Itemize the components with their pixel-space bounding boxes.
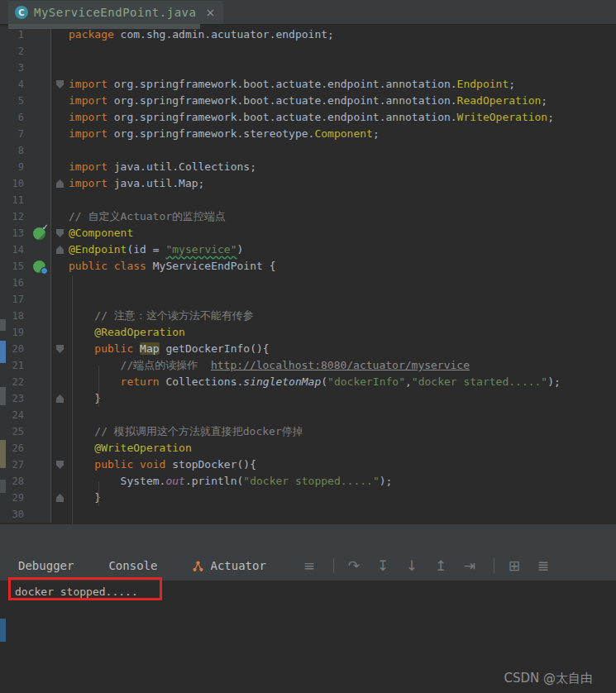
code-text[interactable]: public Map getDockerInfo(){ — [69, 341, 270, 357]
menu-icon[interactable]: ≡ — [301, 557, 318, 574]
code-line[interactable]: 25 // 模拟调用这个方法就直接把docker停掉 — [0, 423, 616, 440]
code-line[interactable]: 7import org.springframework.stereotype.C… — [0, 126, 616, 142]
code-text[interactable]: import org.springframework.boot.actuate.… — [69, 76, 515, 93]
code-line[interactable]: 17 — [0, 291, 616, 308]
code-text[interactable]: //端点的读操作 http://localhost:8080/actuator/… — [69, 357, 470, 374]
code-text[interactable]: System.out.println("docker stopped....."… — [69, 473, 392, 490]
code-text[interactable]: public class MyServiceEndPoint { — [69, 258, 275, 275]
code-line[interactable]: 30 — [0, 506, 616, 523]
code-text[interactable]: public void stopDocker(){ — [69, 456, 256, 473]
code-text[interactable]: } — [69, 490, 101, 506]
code-line[interactable]: 24 — [0, 407, 616, 423]
code-segment-ann: @Endpoint — [69, 243, 127, 256]
step-over-icon[interactable]: ↷ — [346, 557, 362, 574]
step-into-icon[interactable]: ↧ — [375, 557, 391, 574]
code-editor[interactable]: 1package com.shg.admin.acutuator.endpoin… — [0, 26, 616, 524]
code-segment-pln: ; — [509, 78, 515, 90]
java-class-icon: C — [15, 6, 28, 19]
code-line[interactable]: 5import org.springframework.boot.actuate… — [0, 93, 616, 109]
spring-bean-class-icon[interactable] — [33, 260, 45, 273]
force-step-into-icon[interactable]: ↓ — [404, 557, 420, 574]
code-segment-pln: stopDocker(){ — [172, 458, 256, 471]
code-line[interactable]: 4import org.springframework.boot.actuate… — [0, 76, 616, 93]
gutter-icon-slot — [28, 258, 51, 275]
fold-start-icon[interactable] — [56, 345, 64, 353]
code-line[interactable]: 26 @WriteOperation — [0, 440, 616, 456]
code-text[interactable]: } — [69, 390, 101, 407]
code-line[interactable]: 14@Endpoint(id = "myservice") — [0, 241, 616, 258]
panel-tab-label: Console — [108, 559, 157, 572]
code-text[interactable]: import org.springframework.stereotype.Co… — [69, 126, 380, 142]
panel-tab-actuator[interactable]: Actuator — [192, 559, 265, 572]
code-text[interactable]: // 注意：这个读方法不能有传参 — [69, 308, 254, 324]
code-text[interactable]: // 模拟调用这个方法就直接把docker停掉 — [69, 423, 303, 440]
run-to-cursor-icon[interactable]: ⇥ — [461, 557, 478, 574]
code-line[interactable]: 8 — [0, 142, 616, 159]
code-text[interactable]: package com.shg.admin.acutuator.endpoint… — [69, 26, 334, 43]
panel-tab-debugger[interactable]: Debugger — [18, 559, 74, 572]
code-line[interactable]: 19 @ReadOperation — [0, 324, 616, 341]
code-line[interactable]: 2 — [0, 43, 616, 60]
code-text[interactable]: import java.util.Map; — [69, 175, 204, 192]
spring-bean-icon[interactable]: ✓ — [33, 227, 45, 240]
code-line[interactable]: 22 return Collections.singletonMap("dock… — [0, 374, 616, 390]
fold-start-icon[interactable] — [56, 229, 64, 237]
gutter-icon-slot — [28, 142, 51, 159]
code-line[interactable]: 1package com.shg.admin.acutuator.endpoin… — [0, 26, 616, 43]
fold-end-icon[interactable] — [56, 246, 64, 254]
code-text[interactable]: @Endpoint(id = "myservice") — [69, 241, 243, 258]
fold-column — [51, 341, 69, 357]
gutter-icon-slot — [28, 43, 51, 60]
code-line[interactable]: 20 public Map getDockerInfo(){ — [0, 341, 616, 357]
code-segment-cmt: // 注意：这个读方法不能有传参 — [69, 309, 254, 322]
code-line[interactable]: 21 //端点的读操作 http://localhost:8080/actuat… — [0, 357, 616, 374]
code-line[interactable]: 23 } — [0, 390, 616, 407]
editor-tab-myserviceendpoint[interactable]: C MyServiceEndPoint.java × — [8, 1, 223, 24]
code-line[interactable]: 9import java.util.Collections; — [0, 159, 616, 175]
fold-column — [51, 109, 69, 126]
code-line[interactable]: 6import org.springframework.boot.actuate… — [0, 109, 616, 126]
code-text[interactable]: // 自定义Actuator的监控端点 — [69, 208, 226, 225]
fold-column — [51, 76, 69, 93]
fold-end-icon[interactable] — [56, 179, 64, 188]
code-line[interactable]: 13✓@Component — [0, 225, 616, 241]
fold-start-icon[interactable] — [56, 80, 64, 88]
code-segment-kw: import — [69, 94, 107, 107]
code-line[interactable]: 28 System.out.println("docker stopped...… — [0, 473, 616, 490]
fold-end-icon[interactable] — [56, 494, 64, 502]
code-text[interactable]: return Collections.singletonMap("dockerI… — [69, 374, 561, 390]
code-text[interactable]: import org.springframework.boot.actuate.… — [69, 93, 547, 109]
stripe-marker — [0, 480, 6, 493]
code-line[interactable]: 27 public void stopDocker(){ — [0, 456, 616, 473]
ide-window: C MyServiceEndPoint.java × 1package com.… — [0, 0, 616, 693]
code-line[interactable]: 12// 自定义Actuator的监控端点 — [0, 208, 616, 225]
code-text[interactable]: import java.util.Collections; — [69, 159, 256, 175]
fold-column — [51, 142, 69, 159]
gutter-icon-slot — [28, 357, 51, 374]
evaluate-expression-icon[interactable]: ⊞ — [506, 557, 523, 574]
gutter-icon-slot — [28, 456, 51, 473]
code-segment-str: "docker stopped....." — [243, 475, 379, 487]
close-tab-icon[interactable]: × — [205, 6, 215, 19]
layout-settings-icon[interactable]: ≣ — [535, 557, 552, 574]
code-line[interactable]: 11 — [0, 192, 616, 208]
code-text[interactable]: import org.springframework.boot.actuate.… — [69, 109, 554, 126]
code-line[interactable]: 3 — [0, 60, 616, 76]
code-segment-pln: java.util.Map; — [107, 177, 204, 189]
code-text[interactable]: @ReadOperation — [69, 324, 185, 341]
code-line[interactable]: 15public class MyServiceEndPoint { — [0, 258, 616, 275]
code-segment-itl: singletonMap — [243, 375, 321, 388]
fold-end-icon[interactable] — [56, 394, 64, 403]
panel-tab-console[interactable]: Console — [108, 559, 157, 572]
code-text[interactable]: @Component — [69, 225, 133, 241]
console-output-pane[interactable]: docker stopped..... CSDN @太自由 — [0, 581, 616, 693]
code-line[interactable]: 16 — [0, 275, 616, 291]
fold-start-icon[interactable] — [56, 461, 64, 469]
code-line[interactable]: 10import java.util.Map; — [0, 175, 616, 192]
code-line[interactable]: 18 // 注意：这个读方法不能有传参 — [0, 308, 616, 324]
code-text[interactable]: @WriteOperation — [69, 440, 192, 456]
gutter-icon-slot — [28, 324, 51, 341]
fold-column — [51, 275, 69, 291]
step-out-icon[interactable]: ↥ — [432, 557, 449, 574]
code-line[interactable]: 29 } — [0, 490, 616, 506]
